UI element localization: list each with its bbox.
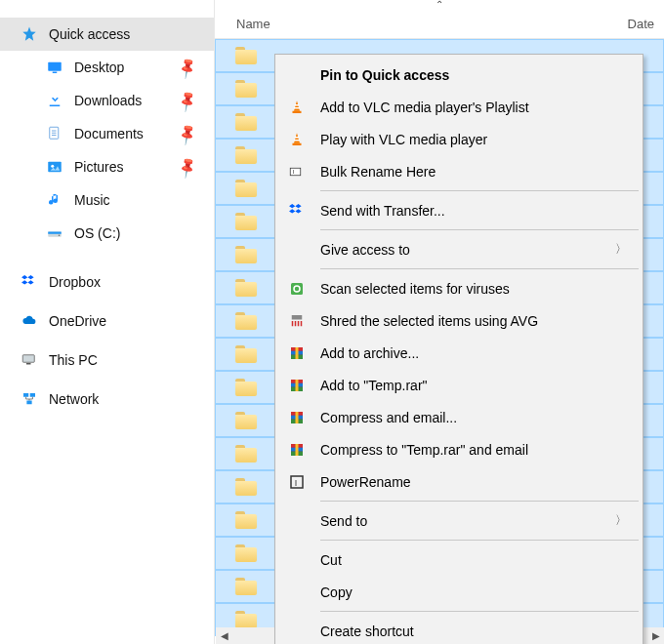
dropbox-icon (20, 272, 39, 292)
desktop-icon (45, 58, 64, 77)
menu-item-add-to-temp-rar[interactable]: Add to "Temp.rar" (277, 369, 641, 401)
menu-item-label: Create shortcut (320, 624, 414, 639)
powerrename-icon: I (285, 470, 309, 494)
menu-item-label: Bulk Rename Here (320, 164, 436, 180)
menu-item-label: Compress to "Temp.rar" and email (320, 442, 528, 458)
folder-icon (235, 312, 257, 330)
menu-item-add-to-vlc-media-player-s-playlist[interactable]: Add to VLC media player's Playlist (277, 91, 641, 123)
sidebar-item-dropbox[interactable]: Dropbox (0, 265, 214, 299)
scan-icon (285, 277, 309, 301)
sidebar-item-network[interactable]: Network (0, 382, 214, 416)
menu-item-copy[interactable]: Copy (277, 576, 641, 608)
menu-item-label: Scan selected items for viruses (320, 281, 510, 297)
menu-item-pin-to-quick-access[interactable]: Pin to Quick access (277, 59, 641, 91)
folder-icon (235, 279, 257, 297)
menu-item-label: Add to "Temp.rar" (320, 378, 428, 393)
sidebar-item-onedrive[interactable]: OneDrive (0, 304, 214, 338)
svg-rect-1 (53, 72, 58, 74)
pin-icon: 📌 (175, 154, 200, 180)
svg-rect-21 (294, 140, 300, 141)
menu-item-add-to-archive[interactable]: Add to archive... (277, 337, 641, 369)
menu-item-scan-selected-items-for-viruses[interactable]: Scan selected items for viruses (277, 272, 641, 304)
folder-icon (235, 213, 257, 230)
svg-rect-19 (293, 142, 302, 144)
sidebar-item-downloads[interactable]: Downloads📌 (0, 84, 214, 117)
scroll-left-icon[interactable]: ◀ (216, 627, 232, 644)
svg-rect-9 (48, 232, 62, 234)
folder-icon (235, 345, 257, 363)
vlc-icon (285, 96, 309, 119)
svg-rect-25 (292, 315, 303, 320)
svg-rect-20 (295, 137, 300, 139)
winrar-icon (285, 438, 309, 462)
thispc-icon (20, 350, 39, 370)
drive-icon (45, 223, 64, 243)
column-header: Name Date (215, 10, 664, 39)
svg-point-10 (59, 235, 61, 237)
column-header-date[interactable]: Date (628, 17, 664, 31)
menu-item-compress-to-temp-rar-and-email[interactable]: Compress to "Temp.rar" and email (277, 433, 641, 465)
svg-rect-24 (291, 283, 303, 295)
sidebar-item-desktop[interactable]: Desktop📌 (0, 51, 214, 84)
navigation-pane: Quick accessDesktop📌Downloads📌Documents📌… (0, 0, 215, 644)
vlc-icon (285, 128, 309, 151)
menu-item-label: Give access to (320, 242, 410, 258)
pictures-icon (45, 157, 64, 177)
folder-icon (235, 578, 257, 595)
sidebar-item-quick-access[interactable]: Quick access (0, 18, 214, 51)
folder-icon (235, 445, 257, 463)
sidebar-item-label: Dropbox (49, 274, 101, 290)
menu-separator (320, 268, 639, 269)
sidebar-item-pictures[interactable]: Pictures📌 (0, 150, 214, 183)
sidebar-item-label: Music (74, 192, 110, 208)
sidebar-item-os-c-[interactable]: OS (C:) (0, 217, 214, 250)
menu-item-label: Shred the selected items using AVG (320, 313, 538, 329)
svg-rect-13 (23, 393, 28, 397)
rename-icon: I (285, 160, 309, 183)
menu-item-compress-and-email[interactable]: Compress and email... (277, 401, 641, 433)
folder-icon (235, 80, 257, 98)
svg-rect-15 (26, 401, 31, 405)
download-icon (45, 91, 64, 110)
svg-text:I: I (295, 477, 298, 487)
winrar-icon (285, 374, 309, 397)
column-header-name[interactable]: Name (236, 17, 624, 31)
menu-item-send-to[interactable]: Send to〉 (277, 504, 641, 537)
sidebar-item-label: Desktop (74, 60, 124, 75)
menu-item-label: Play with VLC media player (320, 132, 487, 147)
svg-rect-0 (48, 62, 62, 71)
svg-rect-17 (295, 104, 300, 106)
menu-item-send-with-transfer[interactable]: Send with Transfer... (277, 194, 641, 226)
folder-icon (235, 180, 257, 197)
menu-item-bulk-rename-here[interactable]: IBulk Rename Here (277, 155, 641, 187)
sidebar-item-documents[interactable]: Documents📌 (0, 117, 214, 150)
menu-item-play-with-vlc-media-player[interactable]: Play with VLC media player (277, 123, 641, 155)
menu-separator (320, 611, 639, 612)
sidebar-item-music[interactable]: Music (0, 183, 214, 217)
svg-rect-14 (30, 393, 35, 397)
menu-item-create-shortcut[interactable]: Create shortcut (277, 615, 641, 644)
svg-rect-35 (296, 380, 299, 391)
folder-icon (235, 544, 257, 562)
sidebar-item-this-pc[interactable]: This PC (0, 343, 214, 377)
menu-separator (320, 501, 639, 502)
svg-rect-16 (293, 110, 302, 112)
menu-item-label: Add to archive... (320, 345, 419, 361)
menu-item-label: Send with Transfer... (320, 203, 445, 219)
folder-icon (235, 379, 257, 396)
context-menu: Pin to Quick accessAdd to VLC media play… (274, 54, 643, 644)
menu-item-give-access-to[interactable]: Give access to〉 (277, 233, 641, 265)
sidebar-item-label: Documents (74, 126, 144, 141)
sidebar-item-label: Downloads (74, 93, 142, 108)
menu-item-label: Compress and email... (320, 410, 457, 425)
menu-item-shred-the-selected-items-using-avg[interactable]: Shred the selected items using AVG (277, 304, 641, 337)
collapse-caret-icon[interactable]: ⌃ (215, 0, 664, 10)
svg-rect-30 (296, 347, 299, 359)
menu-item-powerrename[interactable]: IPowerRename (277, 465, 641, 498)
menu-item-cut[interactable]: Cut (277, 543, 641, 576)
documents-icon (45, 124, 64, 143)
folder-icon (235, 246, 257, 263)
chevron-right-icon: 〉 (615, 512, 627, 529)
scroll-right-icon[interactable]: ▶ (647, 627, 664, 644)
menu-separator (320, 540, 639, 541)
